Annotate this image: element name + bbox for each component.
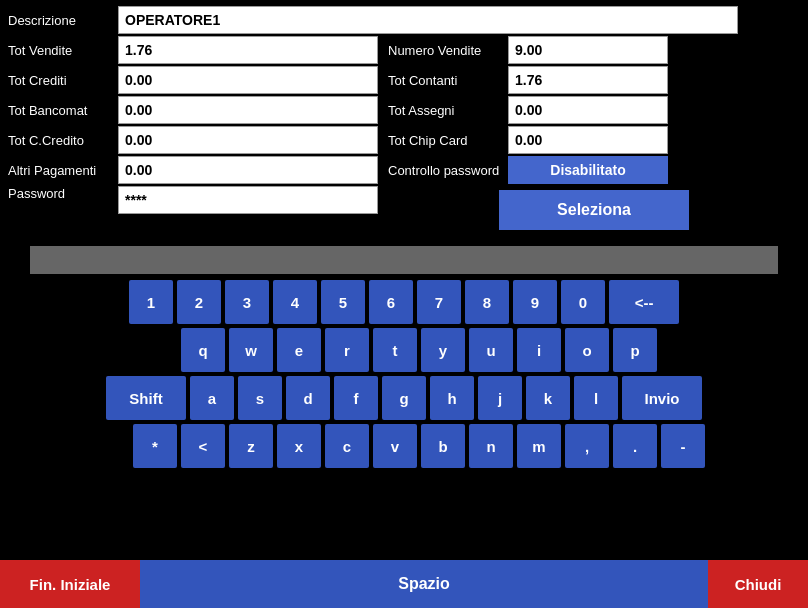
tot-contanti-input[interactable] (508, 66, 668, 94)
tot-crediti-input[interactable] (118, 66, 378, 94)
key-dot[interactable]: . (613, 424, 657, 468)
tot-chip-card-label: Tot Chip Card (388, 133, 508, 148)
tot-ccredito-input[interactable] (118, 126, 378, 154)
key-i[interactable]: i (517, 328, 561, 372)
keyboard: 1 2 3 4 5 6 7 8 9 0 <-- q w e r t y u i … (0, 280, 808, 468)
key-w[interactable]: w (229, 328, 273, 372)
shift-key[interactable]: Shift (106, 376, 186, 420)
key-0[interactable]: 0 (561, 280, 605, 324)
key-u[interactable]: u (469, 328, 513, 372)
key-x[interactable]: x (277, 424, 321, 468)
key-r[interactable]: r (325, 328, 369, 372)
key-4[interactable]: 4 (273, 280, 317, 324)
keyboard-input-bar (30, 246, 778, 274)
fin-iniziale-button[interactable]: Fin. Iniziale (0, 560, 140, 608)
key-a[interactable]: a (190, 376, 234, 420)
controllo-password-label: Controllo password (388, 163, 508, 178)
tot-bancomat-label: Tot Bancomat (8, 103, 118, 118)
tot-vendite-label: Tot Vendite (8, 43, 118, 58)
key-j[interactable]: j (478, 376, 522, 420)
key-7[interactable]: 7 (417, 280, 461, 324)
spazio-button[interactable]: Spazio (140, 560, 708, 608)
key-6[interactable]: 6 (369, 280, 413, 324)
numero-vendite-input[interactable] (508, 36, 668, 64)
invio-key[interactable]: Invio (622, 376, 702, 420)
tot-bancomat-input[interactable] (118, 96, 378, 124)
key-3[interactable]: 3 (225, 280, 269, 324)
key-o[interactable]: o (565, 328, 609, 372)
key-s[interactable]: s (238, 376, 282, 420)
key-d[interactable]: d (286, 376, 330, 420)
key-f[interactable]: f (334, 376, 378, 420)
tot-assegni-input[interactable] (508, 96, 668, 124)
password-label: Password (8, 186, 118, 201)
keyboard-row-asdf: Shift a s d f g h j k l Invio (10, 376, 798, 420)
key-2[interactable]: 2 (177, 280, 221, 324)
key-v[interactable]: v (373, 424, 417, 468)
disabilitato-button[interactable]: Disabilitato (508, 156, 668, 184)
key-p[interactable]: p (613, 328, 657, 372)
key-t[interactable]: t (373, 328, 417, 372)
key-9[interactable]: 9 (513, 280, 557, 324)
key-lt[interactable]: < (181, 424, 225, 468)
key-h[interactable]: h (430, 376, 474, 420)
keyboard-row-qwerty: q w e r t y u i o p (10, 328, 798, 372)
descrizione-input[interactable] (118, 6, 738, 34)
key-z[interactable]: z (229, 424, 273, 468)
altri-pagamenti-input[interactable] (118, 156, 378, 184)
altri-pagamenti-label: Altri Pagamenti (8, 163, 118, 178)
key-comma[interactable]: , (565, 424, 609, 468)
key-q[interactable]: q (181, 328, 225, 372)
numero-vendite-label: Numero Vendite (388, 43, 508, 58)
key-k[interactable]: k (526, 376, 570, 420)
password-input[interactable] (118, 186, 378, 214)
descrizione-label: Descrizione (8, 13, 118, 28)
key-b[interactable]: b (421, 424, 465, 468)
tot-assegni-label: Tot Assegni (388, 103, 508, 118)
key-m[interactable]: m (517, 424, 561, 468)
backspace-key[interactable]: <-- (609, 280, 679, 324)
key-g[interactable]: g (382, 376, 426, 420)
key-l[interactable]: l (574, 376, 618, 420)
tot-contanti-label: Tot Contanti (388, 73, 508, 88)
tot-crediti-label: Tot Crediti (8, 73, 118, 88)
tot-vendite-input[interactable] (118, 36, 378, 64)
key-dash[interactable]: - (661, 424, 705, 468)
keyboard-row-zxcv: * < z x c v b n m , . - (10, 424, 798, 468)
key-1[interactable]: 1 (129, 280, 173, 324)
bottom-bar: Fin. Iniziale Spazio Chiudi (0, 560, 808, 608)
seleziona-button[interactable]: Seleziona (499, 190, 689, 230)
tot-chip-card-input[interactable] (508, 126, 668, 154)
key-n[interactable]: n (469, 424, 513, 468)
key-5[interactable]: 5 (321, 280, 365, 324)
chiudi-button[interactable]: Chiudi (708, 560, 808, 608)
key-y[interactable]: y (421, 328, 465, 372)
key-c[interactable]: c (325, 424, 369, 468)
key-asterisk[interactable]: * (133, 424, 177, 468)
key-8[interactable]: 8 (465, 280, 509, 324)
key-e[interactable]: e (277, 328, 321, 372)
keyboard-row-numbers: 1 2 3 4 5 6 7 8 9 0 <-- (10, 280, 798, 324)
tot-ccredito-label: Tot C.Credito (8, 133, 118, 148)
